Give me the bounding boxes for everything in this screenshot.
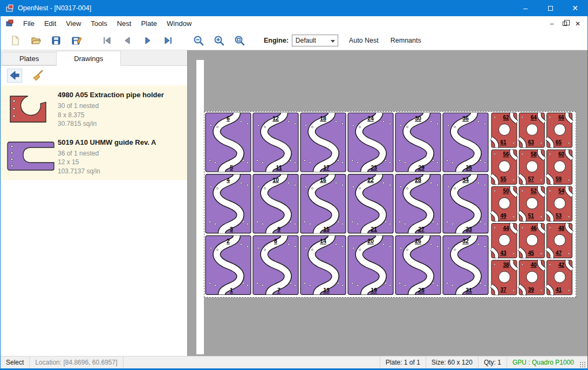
zoom-out-icon — [193, 35, 204, 46]
status-qty: Qty: 1 — [478, 356, 507, 368]
previous-plate-button[interactable] — [117, 32, 138, 49]
nested-part-pair[interactable]: 4039 — [519, 260, 544, 295]
nested-part-pair[interactable]: 2625 — [395, 236, 441, 294]
menu-view[interactable]: View — [61, 16, 86, 31]
close-button[interactable]: ✕ — [563, 0, 587, 16]
zoom-in-button[interactable] — [209, 32, 229, 49]
part-number: 19 — [371, 287, 377, 293]
nested-part-pair[interactable]: 5251 — [519, 186, 544, 221]
engine-select[interactable]: Default — [292, 35, 338, 46]
nested-part-pair[interactable]: 4645 — [519, 224, 544, 258]
maximize-icon — [548, 6, 553, 11]
part-number: 60 — [558, 151, 565, 157]
mdi-close-button[interactable]: ✕ — [572, 19, 583, 29]
tab-drawings[interactable]: Drawings — [56, 51, 121, 66]
part-number: 62 — [503, 115, 509, 120]
nested-part-pair[interactable]: 6059 — [547, 150, 572, 184]
app-icon — [5, 4, 14, 12]
nested-part-pair[interactable]: 21 — [206, 236, 251, 294]
part-number: 42 — [558, 262, 565, 268]
part-number: 36 — [462, 115, 469, 122]
nested-part-pair[interactable]: 2827 — [395, 174, 441, 233]
maximize-button[interactable] — [538, 0, 563, 16]
mdi-minimize-button[interactable]: – — [546, 19, 557, 29]
auto-nest-button[interactable]: Auto Nest — [348, 35, 380, 46]
nested-part-pair[interactable]: 1817 — [300, 113, 346, 172]
nested-part-pair[interactable]: 5857 — [519, 150, 544, 184]
status-location: Location: [84.8696, 60.6957] — [30, 356, 123, 368]
menu-nest[interactable]: Nest — [112, 16, 136, 31]
status-mode: Select — [1, 356, 30, 368]
nested-part-pair[interactable]: 109 — [253, 174, 298, 233]
tab-plates[interactable]: Plates — [2, 52, 57, 65]
first-plate-button[interactable] — [97, 32, 117, 49]
minimize-button[interactable]: – — [513, 0, 538, 16]
nested-part-pair[interactable]: 43 — [206, 174, 251, 233]
nested-part-pair[interactable]: 1211 — [253, 113, 298, 172]
nested-part-pair[interactable]: 2221 — [348, 174, 393, 233]
nested-part-pair[interactable]: 4443 — [491, 224, 517, 258]
nested-part-pair[interactable]: 6261 — [491, 113, 517, 147]
nested-part-pair[interactable]: 3635 — [443, 113, 488, 172]
plate[interactable]: 6512111817242330293635431091615222128273… — [204, 111, 576, 298]
mdi-restore-button[interactable] — [559, 19, 570, 29]
part-number: 3 — [230, 226, 233, 232]
nested-part-pair[interactable]: 65 — [206, 113, 251, 172]
last-plate-button[interactable] — [158, 32, 179, 49]
status-plate: Plate: 1 of 1 — [380, 356, 426, 368]
menu-tools[interactable]: Tools — [86, 16, 112, 31]
part-number: 38 — [503, 262, 509, 268]
part-number: 24 — [367, 115, 374, 122]
nested-part-pair[interactable]: 3837 — [491, 260, 517, 295]
nested-part-pair[interactable]: 5049 — [491, 186, 517, 221]
part-number: 46 — [531, 225, 537, 231]
nested-part-pair[interactable]: 5655 — [491, 150, 517, 184]
save-as-button[interactable] — [66, 32, 87, 49]
nested-part-pair[interactable]: 6665 — [547, 113, 572, 147]
nested-part-pair[interactable]: 3231 — [443, 236, 488, 294]
nested-part-pair[interactable]: 87 — [253, 236, 298, 294]
drawing-size: 8 x 8.375 — [58, 111, 164, 120]
nested-part-pair[interactable]: 3433 — [443, 174, 488, 233]
remnants-button[interactable]: Remnants — [389, 35, 422, 46]
nested-part-pair[interactable]: 5453 — [547, 186, 572, 221]
part-number: 4 — [227, 177, 230, 183]
main-toolbar: Engine: Default Auto Nest Remnants — [1, 31, 587, 50]
part-number: 23 — [371, 164, 377, 171]
nested-part-pair[interactable]: 4847 — [547, 224, 572, 258]
new-button[interactable] — [5, 32, 25, 49]
nest-canvas[interactable]: 6512111817242330293635431091615222128273… — [187, 50, 587, 356]
open-folder-icon — [30, 35, 41, 46]
engine-selected-value: Default — [296, 37, 316, 44]
zoom-out-button[interactable] — [188, 32, 209, 49]
menu-plate[interactable]: Plate — [136, 16, 162, 31]
clear-drawings-button[interactable] — [30, 69, 45, 83]
next-plate-button[interactable] — [138, 32, 158, 49]
drawing-area: 103.7137 sq/in — [58, 167, 156, 176]
resize-grip[interactable] — [579, 361, 586, 368]
menu-edit[interactable]: Edit — [39, 16, 61, 31]
plate-svg[interactable]: 6512111817242330293635431091615222128273… — [204, 112, 576, 297]
drawing-title: 4980 A05 Extraction pipe holder — [58, 91, 164, 99]
nested-part-pair[interactable]: 3029 — [395, 113, 441, 172]
zoom-in-icon — [213, 35, 225, 46]
nested-part-pair[interactable]: 1413 — [300, 236, 346, 294]
nested-part-pair[interactable]: 6463 — [519, 113, 544, 147]
drawing-list-item[interactable]: 5019 A10 UHMW guide Rev. A 36 of 1 neste… — [1, 133, 187, 180]
open-button[interactable] — [25, 32, 46, 49]
part-number: 7 — [277, 287, 281, 293]
menu-file[interactable]: File — [18, 16, 39, 31]
part-number: 40 — [531, 262, 537, 268]
nested-part-pair[interactable]: 2423 — [348, 113, 393, 172]
zoom-fit-button[interactable] — [229, 32, 250, 49]
nested-part-pair[interactable]: 1615 — [300, 174, 346, 233]
import-drawing-button[interactable] — [7, 69, 22, 83]
nested-part-pair[interactable]: 2019 — [348, 236, 393, 294]
part-number: 56 — [503, 151, 509, 157]
save-button[interactable] — [46, 32, 66, 49]
drawing-list-item[interactable]: 4980 A05 Extraction pipe holder 30 of 1 … — [1, 85, 187, 133]
menu-window[interactable]: Window — [162, 16, 196, 31]
part-number: 25 — [418, 287, 425, 293]
part-number: 27 — [418, 226, 425, 232]
nested-part-pair[interactable]: 4241 — [547, 260, 572, 295]
